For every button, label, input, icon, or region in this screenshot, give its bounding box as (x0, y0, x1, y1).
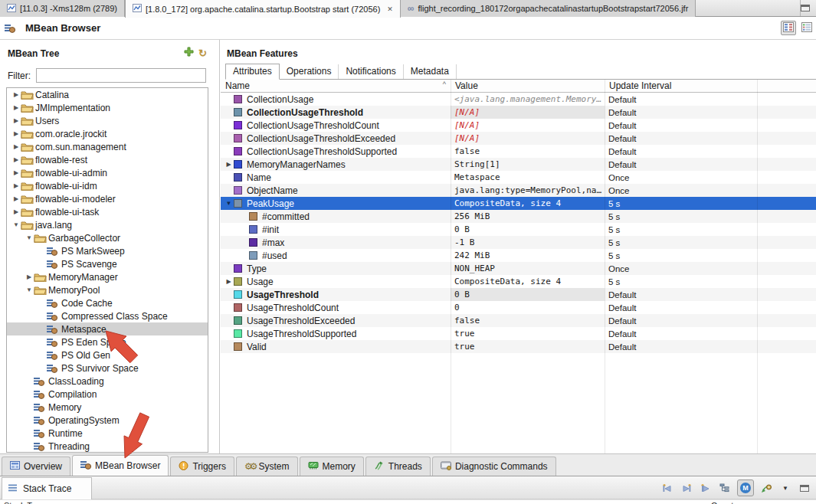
tree-item-memory[interactable]: Memory (7, 401, 208, 414)
next-frame-icon[interactable] (680, 481, 693, 495)
tree-item-garbagecollector[interactable]: ▼GarbageCollector (7, 231, 208, 244)
tree-item-ps-old-gen[interactable]: PS Old Gen (7, 349, 208, 362)
expand-icon[interactable]: ▶ (25, 273, 34, 280)
column-header-update-interval[interactable]: Update Interval (605, 80, 757, 91)
add-mbean-icon[interactable] (184, 46, 194, 60)
tree-item-label: flowable-rest (35, 155, 87, 165)
attribute-row-peakusage[interactable]: ▼PeakUsageCompositeData, size 45 s (221, 197, 816, 210)
expand-icon[interactable]: ▶ (11, 208, 21, 215)
attribute-row-memorymanagernames[interactable]: ▶MemoryManagerNamesString[1]Default (221, 158, 816, 171)
expand-icon[interactable]: ▶ (11, 104, 21, 111)
tree-item-com-oracle-jrockit[interactable]: ▶com.oracle.jrockit (7, 127, 208, 140)
collapse-icon[interactable]: ▼ (224, 200, 234, 207)
menu-dropdown-icon[interactable]: ▼ (778, 481, 792, 495)
tree-item-com-sun-management[interactable]: ▶com.sun.management (7, 140, 208, 153)
attribute-row-objectname[interactable]: ObjectNamejava.lang:type=MemoryPool,na…O… (221, 184, 816, 197)
attribute-row-type[interactable]: TypeNON_HEAPOnce (221, 262, 816, 275)
tab-metadata[interactable]: Metadata (404, 64, 457, 79)
attribute-row-collectionusagethresholdsupported[interactable]: CollectionUsageThresholdSupportedfalseDe… (221, 145, 816, 158)
tab-notifications[interactable]: Notifications (339, 64, 403, 79)
tree-item-flowable-ui-modeler[interactable]: ▶flowable-ui-modeler (7, 192, 208, 205)
attribute-name-cell: UsageThreshold (221, 290, 451, 300)
tree-item-catalina[interactable]: ▶Catalina (7, 88, 208, 101)
expand-icon[interactable]: ▶ (224, 161, 234, 168)
column-header-name[interactable]: Name ^ (221, 80, 451, 91)
column-header-value[interactable]: Value (451, 80, 605, 91)
attribute-row-collectionusage[interactable]: CollectionUsage<java.lang.management.Mem… (221, 93, 816, 106)
tree-item-java-lang[interactable]: ▼java.lang (7, 218, 208, 231)
attribute-row-usagethresholdsupported[interactable]: UsageThresholdSupportedtrueDefault (221, 327, 816, 340)
attribute-row-usagethresholdcount[interactable]: UsageThresholdCount0Default (221, 301, 816, 314)
tree-item-code-cache[interactable]: Code Cache (7, 296, 208, 309)
tree-item-ps-survivor-space[interactable]: PS Survivor Space (7, 362, 208, 375)
tab-diagnostic-commands[interactable]: Diagnostic Commands (432, 457, 556, 476)
tree-item-flowable-rest[interactable]: ▶flowable-rest (7, 153, 208, 166)
tab-overview[interactable]: Overview (2, 457, 70, 476)
minimize-panel-icon[interactable] (798, 481, 811, 495)
attribute-row-usagethresholdexceeded[interactable]: UsageThresholdExceededfalseDefault (221, 314, 816, 327)
editor-tab-flight-recording-180172o[interactable]: ∞flight_recording_180172orgapachecatalin… (401, 0, 696, 17)
attribute-row-usagethreshold[interactable]: UsageThreshold0 BDefault (221, 288, 816, 301)
close-tab-icon[interactable]: ✕ (387, 5, 393, 13)
expand-icon[interactable]: ▶ (11, 130, 21, 137)
editor-tab-1-8-0-172-org-apache-c[interactable]: [1.8.0_172] org.apache.catalina.startup.… (125, 0, 401, 18)
expand-icon[interactable]: ▶ (11, 195, 21, 202)
tab-attributes[interactable]: Attributes (225, 64, 280, 80)
minimize-editor-area-icon[interactable] (801, 5, 810, 11)
tree-item-ps-marksweep[interactable]: PS MarkSweep (7, 244, 208, 257)
tree-item-flowable-ui-idm[interactable]: ▶flowable-ui-idm (7, 179, 208, 192)
tab-triggers[interactable]: Triggers (170, 457, 234, 476)
tree-item-runtime[interactable]: Runtime (7, 427, 208, 440)
method-profile-icon[interactable]: M (737, 479, 754, 496)
tree-item-ps-eden-space[interactable]: PS Eden Space (7, 335, 208, 349)
navigate-source-icon[interactable] (759, 481, 773, 495)
tab-system[interactable]: ⚙⚙System (236, 457, 298, 476)
tree-item-memorypool[interactable]: ▼MemoryPool (7, 283, 208, 296)
expand-icon[interactable]: ▶ (11, 91, 21, 98)
collapse-icon[interactable]: ▼ (11, 221, 21, 228)
expand-icon[interactable]: ▶ (11, 117, 21, 124)
collapse-icon[interactable]: ▼ (25, 286, 34, 293)
tab-operations[interactable]: Operations (280, 64, 339, 79)
tab-stack-trace[interactable]: Stack Trace (2, 477, 92, 499)
tree-item-threading[interactable]: Threading (7, 440, 208, 453)
attribute-row-collectionusagethresholdexceeded[interactable]: CollectionUsageThresholdExceeded[N/A]Def… (221, 132, 816, 145)
attribute-row-collectionusagethreshold[interactable]: CollectionUsageThreshold[N/A]Default (221, 106, 816, 119)
attribute-row-max[interactable]: #max-1 B5 s (221, 236, 816, 249)
tree-item-metaspace[interactable]: Metaspace (7, 322, 208, 335)
tree-item-compilation[interactable]: Compilation (7, 388, 208, 401)
attribute-row-init[interactable]: #init0 B5 s (221, 223, 816, 236)
attribute-row-committed[interactable]: #committed256 MiB5 s (221, 210, 816, 223)
tab-mbean-browser[interactable]: MBean Browser (72, 455, 169, 476)
tab-memory[interactable]: Memory (300, 457, 364, 476)
attribute-row-valid[interactable]: ValidtrueDefault (221, 340, 816, 353)
jump-frame-icon[interactable] (699, 481, 713, 495)
expand-icon[interactable]: ▶ (11, 169, 21, 176)
tree-item-flowable-ui-admin[interactable]: ▶flowable-ui-admin (7, 166, 208, 179)
collapse-icon[interactable]: ▼ (25, 234, 34, 241)
editor-tab-11-0-3-xms128m-2789[interactable]: [11.0.3] -Xms128m (2789) (0, 0, 125, 17)
tree-item-compressed-class-space[interactable]: Compressed Class Space (7, 309, 208, 322)
tab-threads[interactable]: Threads (365, 457, 431, 476)
tree-item-users[interactable]: ▶Users (7, 114, 208, 127)
filter-input[interactable] (36, 68, 206, 83)
attribute-list-settings-button[interactable] (799, 21, 814, 35)
tree-item-jmimplementation[interactable]: ▶JMImplementation (7, 101, 208, 114)
tree-item-memorymanager[interactable]: ▶MemoryManager (7, 270, 208, 283)
tree-item-ps-scavenge[interactable]: PS Scavenge (7, 257, 208, 270)
expand-icon[interactable]: ▶ (11, 156, 21, 163)
attribute-row-used[interactable]: #used242 MiB5 s (221, 249, 816, 262)
tree-item-flowable-ui-task[interactable]: ▶flowable-ui-task (7, 205, 208, 218)
tree-item-operatingsystem[interactable]: OperatingSystem (7, 414, 208, 427)
refresh-icon[interactable]: ↻ (198, 47, 207, 59)
attribute-row-name[interactable]: NameMetaspaceOnce (221, 171, 816, 184)
attribute-row-collectionusagethresholdcount[interactable]: CollectionUsageThresholdCount[N/A]Defaul… (221, 119, 816, 132)
expand-icon[interactable]: ▶ (11, 182, 21, 189)
tree-item-classloading[interactable]: ClassLoading (7, 375, 208, 388)
tree-view-icon[interactable] (718, 481, 732, 495)
expand-icon[interactable]: ▶ (224, 278, 234, 285)
prev-frame-icon[interactable] (660, 481, 674, 495)
attribute-row-usage[interactable]: ▶UsageCompositeData, size 45 s (221, 275, 816, 288)
expand-icon[interactable]: ▶ (11, 143, 21, 150)
attribute-table-settings-button[interactable] (781, 21, 796, 35)
